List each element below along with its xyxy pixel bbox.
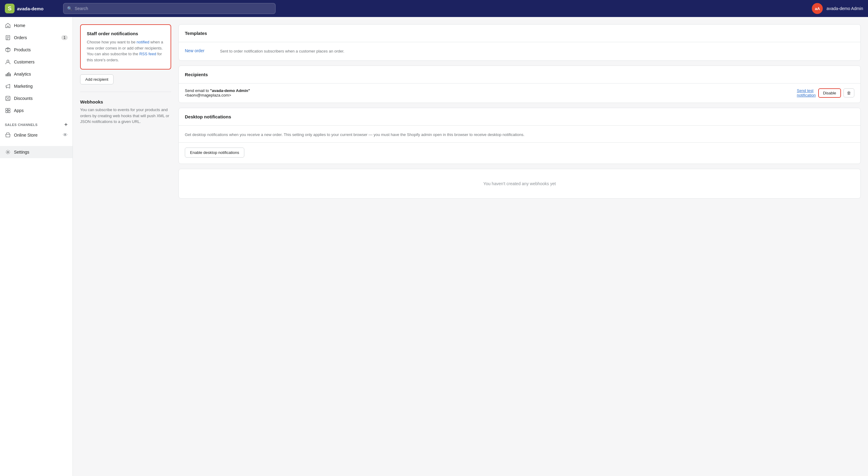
analytics-icon [5, 71, 11, 77]
right-column: Templates New order Sent to order notifi… [179, 24, 861, 203]
discounts-icon [5, 95, 11, 101]
svg-rect-9 [8, 72, 9, 77]
sidebar-item-discounts[interactable]: Discounts [0, 92, 72, 105]
sidebar-item-apps[interactable]: Apps [0, 105, 72, 117]
svg-point-13 [7, 97, 8, 98]
sidebar-item-settings[interactable]: Settings [0, 146, 72, 158]
sidebar-item-marketing[interactable]: Marketing [0, 80, 72, 92]
sidebar-label-analytics: Analytics [14, 72, 31, 77]
sidebar-label-discounts: Discounts [14, 96, 32, 101]
shopify-icon: S [5, 4, 14, 13]
send-test-label: Send testnotification [797, 88, 815, 97]
content-area: Staff order notifications Choose how you… [73, 17, 868, 476]
sidebar-label-apps: Apps [14, 108, 24, 113]
logo[interactable]: S avada-demo [5, 4, 60, 13]
sidebar-label-home: Home [14, 23, 25, 28]
desktop-notifications-card: Desktop notifications Get desktop notifi… [179, 108, 861, 164]
recipient-actions: Send testnotification Disable 🗑 [797, 88, 854, 98]
sidebar-item-online-store[interactable]: Online Store 👁 [0, 129, 72, 141]
sidebar-label-marketing: Marketing [14, 84, 32, 89]
recipient-email: <baorv@mageplaza.com> [185, 93, 231, 97]
recipients-card-header: Recipients [179, 66, 860, 84]
delete-recipient-button[interactable]: 🗑 [843, 88, 854, 97]
sidebar-label-settings: Settings [14, 150, 29, 154]
search-icon: 🔍 [67, 6, 72, 11]
avatar[interactable]: aA [812, 3, 823, 14]
svg-rect-17 [6, 111, 8, 113]
svg-rect-7 [6, 74, 7, 76]
sidebar: Home Orders 1 Products Customers Analy [0, 17, 73, 476]
template-description: Sent to order notification subscribers w… [220, 48, 344, 54]
add-sales-channel-icon[interactable]: + [64, 121, 68, 128]
add-recipient-button[interactable]: Add recipient [80, 75, 114, 84]
orders-badge: 1 [61, 35, 68, 40]
svg-rect-10 [10, 73, 11, 76]
main-layout: Home Orders 1 Products Customers Analy [0, 17, 868, 476]
staff-order-desc: Choose how you want to be notified when … [87, 39, 164, 63]
search-bar[interactable]: 🔍 [63, 3, 276, 14]
webhooks-section: Webhooks You can subscribe to events for… [80, 92, 171, 125]
sidebar-item-orders[interactable]: Orders 1 [0, 32, 72, 44]
svg-rect-8 [7, 73, 8, 76]
desktop-notif-header: Desktop notifications [179, 108, 860, 126]
template-row: New order Sent to order notification sub… [179, 42, 860, 60]
apps-icon [5, 108, 11, 114]
recipients-card: Recipients Send email to "avada-demo Adm… [179, 66, 861, 103]
svg-rect-16 [8, 108, 10, 110]
templates-card-header: Templates [179, 25, 860, 42]
rss-feed-link[interactable]: RSS feed [139, 52, 156, 56]
top-header: S avada-demo 🔍 aA avada-demo Admin [0, 0, 868, 17]
templates-card: Templates New order Sent to order notifi… [179, 24, 861, 61]
svg-point-6 [7, 60, 9, 62]
send-test-notification-link[interactable]: Send testnotification [797, 88, 815, 97]
products-icon [5, 47, 11, 53]
sidebar-label-products: Products [14, 47, 31, 52]
svg-rect-15 [6, 108, 8, 110]
divider [179, 142, 860, 143]
home-icon [5, 23, 11, 29]
sales-channels-label: SALES CHANNELS [5, 123, 38, 127]
webhooks-title: Webhooks [80, 99, 171, 105]
recipient-row: Send email to "avada-demo Admin" <baorv@… [179, 84, 860, 102]
marketing-icon [5, 83, 11, 89]
svg-rect-18 [8, 111, 10, 113]
recipient-name: "avada-demo Admin" [210, 88, 250, 93]
desktop-notif-body: Get desktop notifications when you recei… [179, 126, 860, 164]
sidebar-label-customers: Customers [14, 59, 35, 64]
staff-order-notifications-box: Staff order notifications Choose how you… [80, 24, 171, 69]
staff-order-title: Staff order notifications [87, 31, 164, 36]
sidebar-label-orders: Orders [14, 35, 27, 40]
sidebar-label-online-store: Online Store [14, 133, 38, 138]
send-to-prefix: Send email to [185, 88, 210, 93]
sidebar-item-customers[interactable]: Customers [0, 56, 72, 68]
search-input[interactable] [75, 6, 272, 11]
svg-point-14 [8, 99, 9, 100]
svg-point-19 [7, 151, 8, 153]
admin-name: avada-demo Admin [827, 6, 863, 11]
desktop-notif-desc: Get desktop notifications when you recei… [185, 132, 854, 138]
header-right: aA avada-demo Admin [812, 3, 863, 14]
new-order-link[interactable]: New order [185, 48, 215, 53]
recipient-info: Send email to "avada-demo Admin" <baorv@… [185, 88, 250, 97]
sidebar-item-home[interactable]: Home [0, 20, 72, 32]
sales-channels-header: SALES CHANNELS + [0, 117, 72, 129]
left-column: Staff order notifications Choose how you… [80, 24, 171, 125]
orders-icon [5, 35, 11, 41]
webhooks-empty-message: You haven't created any webhooks yet [179, 169, 860, 198]
store-icon [5, 132, 11, 138]
sidebar-item-products[interactable]: Products [0, 44, 72, 56]
customers-icon [5, 59, 11, 65]
notified-link[interactable]: notified [136, 40, 149, 44]
recipients-title: Recipients [185, 72, 854, 77]
desktop-notif-title: Desktop notifications [185, 114, 854, 119]
settings-icon [5, 149, 11, 155]
webhooks-desc: You can subscribe to events for your pro… [80, 107, 171, 125]
disable-button[interactable]: Disable [818, 88, 841, 98]
enable-desktop-notifications-button[interactable]: Enable desktop notifications [185, 148, 244, 157]
sidebar-item-analytics[interactable]: Analytics [0, 68, 72, 80]
webhooks-empty-card: You haven't created any webhooks yet [179, 169, 861, 199]
store-name: avada-demo [17, 6, 44, 11]
templates-title: Templates [185, 31, 854, 36]
eye-icon[interactable]: 👁 [63, 132, 68, 138]
